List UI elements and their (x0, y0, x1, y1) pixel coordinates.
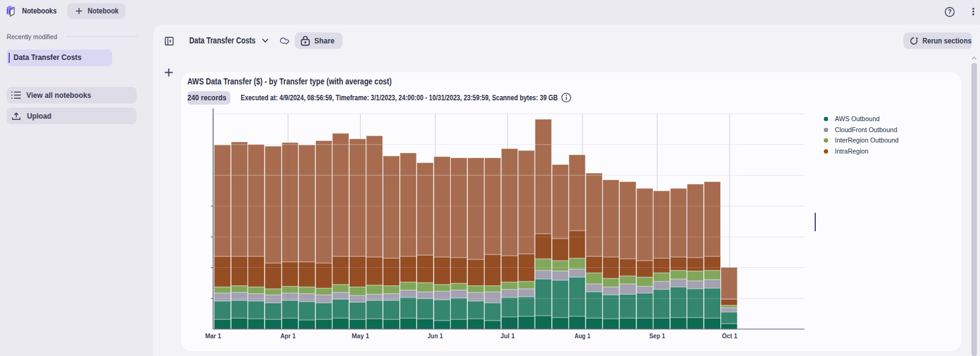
svg-text:Jul 1: Jul 1 (500, 332, 515, 339)
svg-text:Mar 1: Mar 1 (205, 332, 221, 339)
svg-text:Aug 1: Aug 1 (575, 332, 590, 339)
svg-text:Oct 1: Oct 1 (722, 332, 737, 339)
svg-text:Sep 1: Sep 1 (649, 332, 665, 339)
svg-text:May 1: May 1 (352, 332, 369, 339)
svg-text:Jun 1: Jun 1 (428, 332, 443, 339)
svg-text:?: ? (948, 9, 951, 15)
svg-text:Apr 1: Apr 1 (281, 332, 296, 339)
